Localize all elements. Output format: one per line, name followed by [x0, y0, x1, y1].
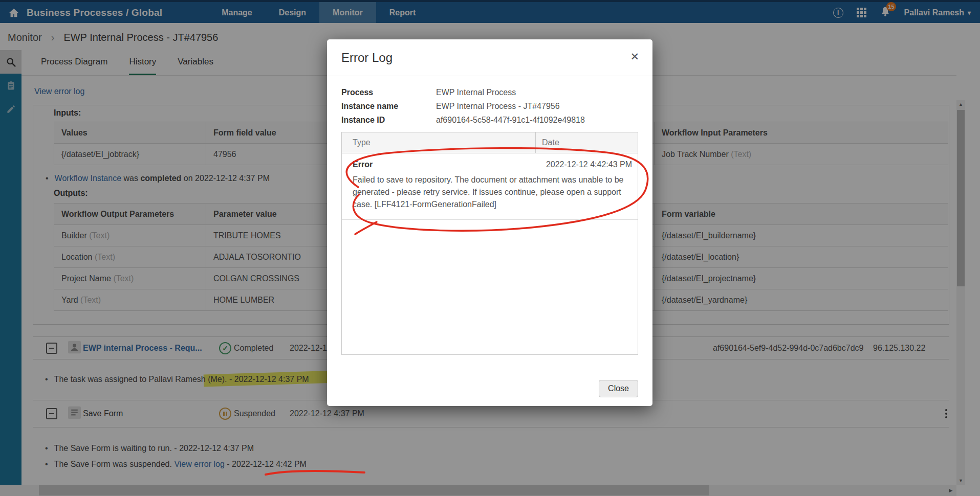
modal-fields: Process EWP Internal Process Instance na…	[341, 85, 638, 127]
field-value: EWP Internal Process - JT#47956	[436, 102, 560, 111]
modal-footer: Close	[599, 380, 638, 397]
error-message: Failed to save to repository. The docume…	[353, 174, 627, 211]
field-value: EWP Internal Process	[436, 88, 516, 97]
error-col-date: Date	[535, 132, 638, 153]
field-label: Instance name	[341, 102, 436, 111]
field-process: Process EWP Internal Process	[341, 85, 638, 99]
field-instance-id: Instance ID af690164-5c58-447f-91c1-4f10…	[341, 113, 638, 127]
modal-title: Error Log	[341, 51, 393, 65]
error-col-type: Type	[342, 138, 535, 147]
modal-header: Error Log ✕	[327, 39, 652, 76]
error-date: 2022-12-12 4:42:43 PM	[546, 160, 632, 169]
error-row: Error 2022-12-12 4:42:43 PM Failed to sa…	[342, 153, 638, 220]
error-table-header: Type Date	[342, 132, 638, 153]
field-label: Process	[341, 88, 436, 97]
close-icon[interactable]: ✕	[630, 51, 639, 63]
close-button[interactable]: Close	[599, 380, 638, 397]
field-value: af690164-5c58-447f-91c1-4f1092e49818	[436, 116, 585, 125]
field-label: Instance ID	[341, 116, 436, 125]
field-instance-name: Instance name EWP Internal Process - JT#…	[341, 99, 638, 113]
error-table: Type Date Error 2022-12-12 4:42:43 PM Fa…	[341, 132, 638, 355]
error-log-modal: Error Log ✕ Process EWP Internal Process…	[327, 39, 652, 406]
app-window: Business Processes / Global Manage Desig…	[0, 0, 980, 496]
